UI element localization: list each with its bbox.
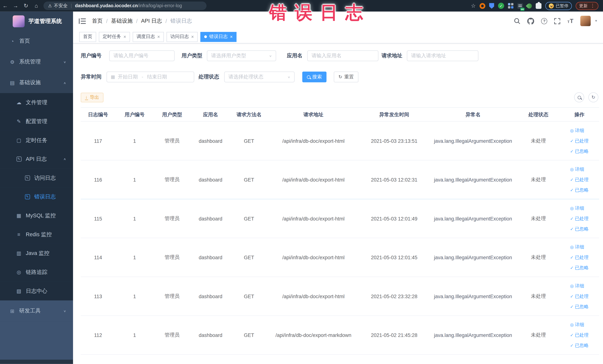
action-已忽略[interactable]: ✓已忽略 (570, 185, 589, 195)
tab-label: 定时任务 (103, 33, 121, 40)
sidebar-item-定时任务[interactable]: ▢定时任务 (0, 131, 73, 150)
extension-shield-icon[interactable] (489, 3, 494, 9)
action-详细[interactable]: ◎详细 (570, 125, 589, 136)
action-已忽略[interactable]: ✓已忽略 (570, 301, 589, 312)
extension-leaf-icon[interactable] (526, 2, 533, 9)
sidebar-item-Redis 监控[interactable]: ≡Redis 监控 (0, 225, 73, 244)
tab-访问日志[interactable]: 访问日志× (166, 32, 197, 42)
sidebar-item-系统管理[interactable]: ⚙系统管理∨ (0, 52, 73, 72)
app-name-input[interactable]: 请输入应用名 (307, 50, 379, 61)
action-已处理[interactable]: ✓已处理 (570, 136, 589, 146)
avatar[interactable] (580, 16, 591, 26)
action-详细[interactable]: ◎详细 (570, 203, 589, 213)
user-type-select[interactable]: 请选择用户类型 ∨ (207, 50, 276, 61)
action-已忽略[interactable]: ✓已忽略 (570, 340, 589, 351)
github-icon[interactable] (527, 17, 534, 24)
sidebar-item-配置管理[interactable]: ✎配置管理 (0, 112, 73, 131)
tab-错误日志[interactable]: 错误日志× (200, 32, 237, 42)
user-id-input[interactable]: 请输入用户编号 (109, 50, 175, 61)
close-icon[interactable]: × (191, 35, 194, 39)
help-icon[interactable]: ? (541, 18, 547, 24)
action-已处理[interactable]: ✓已处理 (570, 291, 589, 301)
action-详细[interactable]: ◎详细 (570, 281, 589, 291)
extension-on-badge-icon[interactable]: on (517, 3, 523, 9)
action-已忽略[interactable]: ✓已忽略 (570, 146, 589, 156)
sidebar-item-日志中心[interactable]: ▧日志中心 (0, 282, 73, 301)
kebab-menu-icon[interactable]: ⋮ (590, 3, 595, 9)
sidebar-item-首页[interactable]: ◔首页 (0, 31, 73, 52)
breadcrumb-item[interactable]: 基础设施 (111, 17, 133, 24)
update-badge[interactable]: 更新 ⋮ (576, 2, 598, 10)
cell-status: 未处理 (517, 176, 559, 183)
user-type-label: 用户类型 (182, 52, 202, 59)
date-range-input[interactable]: ▦ 开始日期 - 结束日期 (107, 71, 194, 82)
refresh-button[interactable]: ↻ (588, 92, 598, 102)
security-label[interactable]: 不安全 (54, 2, 68, 9)
select-caret-icon: ∨ (267, 54, 272, 57)
action-详细[interactable]: ◎详细 (570, 164, 589, 175)
sidebar-item-基础设施[interactable]: ▤基础设施∧ (0, 72, 73, 93)
sidebar-item-访问日志[interactable]: ✎访问日志 (0, 169, 73, 188)
hamburger-icon[interactable] (79, 18, 86, 24)
forward-icon[interactable]: → (10, 3, 21, 9)
sidebar-item-MySQL 监控[interactable]: ▦MySQL 监控 (0, 206, 73, 225)
breadcrumb-item[interactable]: 首页 (92, 17, 103, 24)
action-已处理[interactable]: ✓已处理 (570, 175, 589, 185)
paused-badge[interactable]: 已暂停 (545, 2, 572, 10)
extension-orange-icon[interactable] (480, 3, 485, 9)
action-详细[interactable]: ◎详细 (570, 319, 589, 330)
log-box-icon: ✎ (16, 156, 21, 162)
reload-icon[interactable]: ↻ (21, 3, 31, 9)
extension-green-check-icon[interactable]: ✓ (498, 3, 504, 9)
export-button[interactable]: ↓ 导出 (81, 93, 103, 102)
cell-actions: ◎详细✓已处理✓已忽略 (560, 242, 599, 273)
extensions-puzzle-icon[interactable] (536, 3, 542, 9)
check-icon: ✓ (570, 213, 574, 224)
action-已忽略[interactable]: ✓已忽略 (570, 224, 589, 234)
check-icon: ✓ (570, 330, 574, 340)
toggle-search-button[interactable] (574, 92, 584, 102)
action-详细[interactable]: ◎详细 (570, 242, 589, 252)
action-已忽略[interactable]: ✓已忽略 (570, 263, 589, 273)
cell-app: dashboard (190, 216, 231, 221)
sidebar-item-文件管理[interactable]: ☁文件管理 (0, 93, 73, 112)
fullscreen-icon[interactable] (554, 18, 560, 24)
chevron-down-icon[interactable]: ▼ (594, 19, 597, 23)
back-icon[interactable]: ← (0, 3, 10, 9)
sidebar-item-API 日志[interactable]: ✎API 日志∧ (0, 150, 73, 169)
cell-method: GET (231, 177, 267, 182)
cell-exception: java.lang.IllegalArgumentException (429, 254, 517, 260)
close-icon[interactable]: × (123, 35, 126, 39)
sidebar-item-链路追踪[interactable]: ◎链路追踪 (0, 263, 73, 282)
cell-user_id: 1 (115, 216, 154, 221)
sidebar-item-Java 监控[interactable]: ▥Java 监控 (0, 244, 73, 263)
close-icon[interactable]: × (230, 35, 233, 39)
extension-grid-icon[interactable] (508, 3, 513, 9)
tab-首页[interactable]: 首页 (79, 32, 96, 42)
tab-定时任务[interactable]: 定时任务× (99, 32, 130, 42)
action-已处理[interactable]: ✓已处理 (570, 213, 589, 224)
search-icon[interactable] (514, 18, 521, 24)
address-bar[interactable]: ⚠ 不安全 | dashboard.yudao.iocoder.cn/infra… (43, 1, 207, 10)
tab-调度日志[interactable]: 调度日志× (133, 32, 164, 42)
action-已处理[interactable]: ✓已处理 (570, 252, 589, 263)
request-url-input[interactable]: 请输入请求地址 (407, 50, 478, 61)
close-icon[interactable]: × (157, 35, 160, 39)
breadcrumb: 首页/基础设施/API 日志/错误日志 (92, 17, 192, 24)
breadcrumb-item[interactable]: API 日志 (141, 17, 162, 24)
schedule-icon: ▢ (16, 137, 22, 143)
action-已处理[interactable]: ✓已处理 (570, 330, 589, 340)
cell-url: /api/infra/db-doc/export-html (267, 138, 359, 144)
status-select[interactable]: 请选择处理状态 ∨ (224, 71, 295, 82)
reset-button[interactable]: ↻ 重置 (334, 71, 359, 82)
search-button[interactable]: 搜索 (302, 71, 327, 82)
cell-method: GET (231, 332, 267, 338)
address-divider: | (71, 3, 72, 9)
sidebar-item-错误日志[interactable]: ✎错误日志 (0, 187, 73, 206)
sidebar-item-研发工具[interactable]: ⊞研发工具∨ (0, 300, 73, 321)
home-icon[interactable]: ⌂ (31, 3, 42, 9)
bookmark-star-icon[interactable]: ☆ (471, 3, 476, 9)
cell-status: 未处理 (517, 254, 559, 261)
text-size-icon[interactable]: TT (568, 18, 574, 24)
time-label: 异常时间 (81, 73, 102, 80)
